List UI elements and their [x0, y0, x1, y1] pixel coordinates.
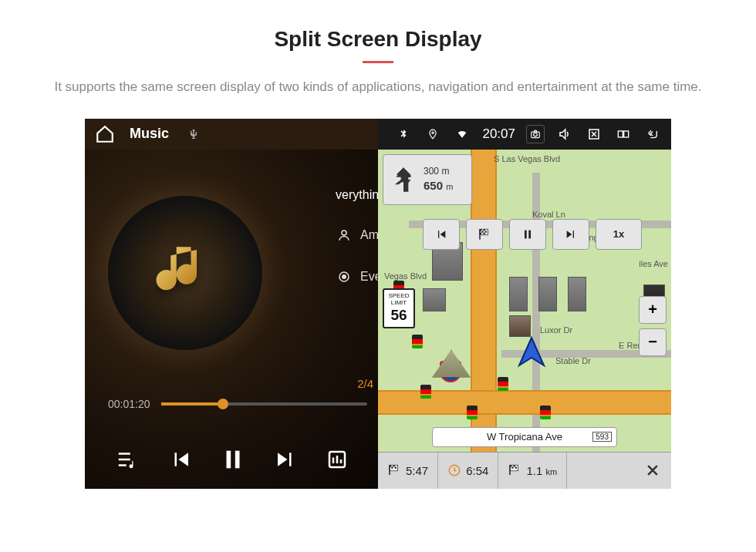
pause-button[interactable]: [220, 444, 246, 475]
page-title: Split Screen Display: [0, 27, 756, 52]
camera-icon[interactable]: [526, 125, 545, 143]
svg-rect-4: [618, 131, 623, 137]
progress-bar[interactable]: 00:01:20: [108, 398, 367, 410]
svg-rect-5: [624, 131, 629, 137]
svg-point-2: [534, 133, 538, 136]
playback-speed-button[interactable]: 1x: [596, 219, 642, 250]
bluetooth-icon: [394, 125, 413, 143]
eta-cell[interactable]: 5:47: [378, 453, 438, 489]
home-icon[interactable]: [94, 123, 116, 145]
route-prev-button[interactable]: [423, 219, 460, 250]
wifi-icon: [453, 125, 471, 143]
navigation-pane: 15 S Las Vegas Blvd Koval Ln Duke Elling…: [378, 119, 671, 489]
recent-apps-icon[interactable]: [614, 125, 633, 143]
turn-left-icon: [388, 161, 419, 198]
route-flag-button[interactable]: [466, 219, 503, 250]
close-nav-button[interactable]: [634, 453, 671, 489]
page-subtitle: It supports the same screen display of t…: [39, 77, 717, 97]
traffic-light-icon: [420, 385, 431, 399]
arrival-time-cell[interactable]: 6:54: [438, 453, 498, 489]
svg-rect-10: [235, 450, 240, 468]
svg-point-8: [343, 274, 346, 278]
street-stable: Stable Dr: [555, 356, 591, 365]
street-iles: iles Ave: [639, 259, 668, 268]
next-button[interactable]: [274, 448, 297, 471]
street-top: S Las Vegas Blvd: [494, 154, 560, 163]
album-art: [108, 196, 262, 350]
speed-limit-value: 56: [384, 307, 413, 325]
status-bar: Music 20:07: [85, 119, 671, 150]
street-luxor: Luxor Dr: [540, 325, 572, 335]
device-screen: Music 20:07: [85, 119, 671, 489]
close-app-icon[interactable]: [585, 125, 603, 143]
back-icon[interactable]: [643, 125, 662, 143]
street-koval: Koval Ln: [532, 210, 565, 219]
svg-rect-9: [226, 450, 231, 468]
street-badge: 593: [592, 432, 612, 442]
svg-point-0: [432, 132, 434, 133]
usb-icon: [183, 123, 204, 145]
clock-time: 20:07: [482, 126, 515, 142]
current-position-icon: [513, 335, 550, 375]
distance-cell[interactable]: 1.1 km: [498, 453, 567, 489]
zoom-in-button[interactable]: +: [639, 296, 667, 324]
title-underline: [363, 61, 393, 63]
turn-instruction-panel: 300 m 650 m: [383, 154, 472, 205]
person-icon: [336, 227, 353, 244]
location-icon: [424, 125, 442, 143]
zoom-out-button[interactable]: −: [639, 328, 667, 356]
svg-rect-15: [528, 230, 531, 238]
traffic-light-icon: [540, 406, 551, 419]
app-title: Music: [130, 126, 169, 142]
previous-button[interactable]: [169, 448, 192, 471]
turn-far-distance: 650: [424, 179, 443, 192]
equalizer-button[interactable]: [326, 448, 349, 471]
route-pause-button[interactable]: [509, 219, 546, 250]
record-icon: [336, 268, 353, 285]
traffic-light-icon: [412, 335, 423, 348]
street-vegas: Vegas Blvd: [384, 271, 427, 281]
current-street-bar: W Tropicana Ave 593: [432, 427, 617, 447]
music-pane: verythin Ame Ever 2/4 00:01:20: [85, 119, 378, 489]
traffic-light-icon: [467, 406, 478, 419]
elapsed-time: 00:01:20: [108, 398, 150, 410]
track-counter: 2/4: [357, 377, 373, 390]
svg-rect-14: [525, 230, 527, 238]
map-bottom-bar: 5:47 6:54 1.1 km: [378, 452, 671, 489]
traffic-light-icon: [498, 377, 508, 391]
route-next-button[interactable]: [552, 219, 589, 250]
speed-limit-sign: SPEED LIMIT 56: [383, 288, 415, 328]
turn-near-distance: 300: [424, 166, 439, 177]
volume-icon[interactable]: [555, 125, 574, 143]
map-playback-controls: 1x: [423, 219, 656, 250]
playlist-button[interactable]: [114, 448, 140, 471]
svg-point-6: [342, 231, 346, 235]
